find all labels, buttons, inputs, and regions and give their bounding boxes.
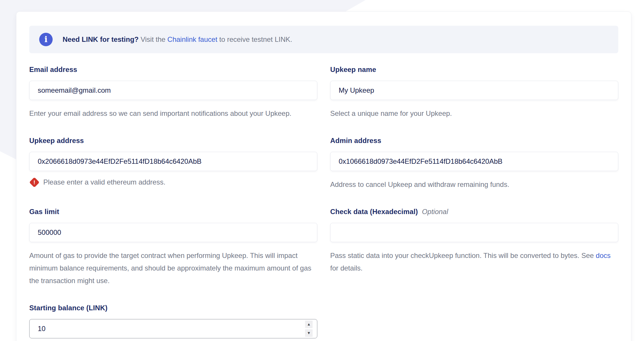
starting-balance-input[interactable] (29, 319, 317, 338)
admin-address-helper-text: Address to cancel Upkeep and withdraw re… (330, 178, 618, 191)
alert-diamond-icon: ! (29, 177, 39, 187)
docs-link[interactable]: docs (596, 252, 611, 259)
empty-grid-cell (330, 304, 618, 339)
email-input[interactable] (29, 81, 317, 100)
check-data-label: Check data (Hexadecimal) (330, 208, 418, 216)
field-upkeep-name: Upkeep name Select a unique name for you… (330, 66, 618, 120)
banner-bold-text: Need LINK for testing? (63, 35, 139, 43)
field-check-data: Check data (Hexadecimal) Optional Pass s… (330, 208, 618, 287)
check-data-input[interactable] (330, 223, 618, 242)
chainlink-faucet-link[interactable]: Chainlink faucet (167, 35, 217, 43)
spinner-down-button[interactable]: ▼ (305, 329, 313, 337)
upkeep-address-error-text: Please enter a valid ethereum address. (43, 178, 166, 186)
gas-limit-label: Gas limit (29, 208, 59, 216)
field-upkeep-address: Upkeep address ! Please enter a valid et… (29, 137, 317, 191)
gas-limit-helper-text: Amount of gas to provide the target cont… (29, 249, 317, 287)
email-label: Email address (29, 66, 77, 74)
check-data-helper-text: Pass static data into your checkUpkeep f… (330, 249, 618, 274)
field-gas-limit: Gas limit Amount of gas to provide the t… (29, 208, 317, 287)
field-admin-address: Admin address Address to cancel Upkeep a… (330, 137, 618, 191)
starting-balance-number-field: ▲ ▼ (29, 319, 317, 338)
field-starting-balance: Starting balance (LINK) ▲ ▼ (29, 304, 317, 339)
info-icon: i (39, 33, 53, 46)
upkeep-address-input[interactable] (29, 152, 317, 171)
number-spinner: ▲ ▼ (305, 321, 313, 337)
field-email: Email address Enter your email address s… (29, 66, 317, 120)
upkeep-address-error: ! Please enter a valid ethereum address. (29, 178, 317, 186)
gas-limit-input[interactable] (29, 223, 317, 242)
info-banner: i Need LINK for testing? Visit the Chain… (29, 26, 618, 53)
upkeep-form: Email address Enter your email address s… (29, 66, 618, 339)
banner-text-after-link: to receive testnet LINK. (217, 35, 292, 43)
check-data-helper-before-link: Pass static data into your checkUpkeep f… (330, 252, 596, 259)
banner-text-before-link: Visit the (139, 35, 167, 43)
admin-address-label: Admin address (330, 137, 381, 145)
admin-address-input[interactable] (330, 152, 618, 171)
banner-text: Need LINK for testing? Visit the Chainli… (63, 35, 292, 44)
upkeep-address-label: Upkeep address (29, 137, 84, 145)
upkeep-name-input[interactable] (330, 81, 618, 100)
starting-balance-label: Starting balance (LINK) (29, 304, 108, 312)
email-helper-text: Enter your email address so we can send … (29, 107, 317, 120)
check-data-optional-tag: Optional (422, 208, 448, 216)
upkeep-registration-card: i Need LINK for testing? Visit the Chain… (16, 11, 631, 341)
check-data-helper-after-link: for details. (330, 264, 363, 272)
spinner-up-button[interactable]: ▲ (305, 321, 313, 328)
upkeep-name-helper-text: Select a unique name for your Upkeep. (330, 107, 618, 120)
upkeep-name-label: Upkeep name (330, 66, 376, 74)
